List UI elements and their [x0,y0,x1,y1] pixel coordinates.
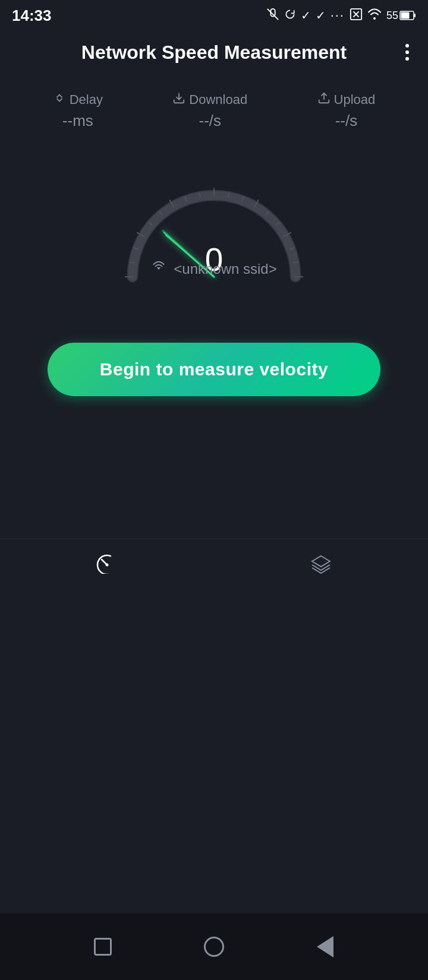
check2-icon: ✓ [316,8,326,23]
status-time: 14:33 [12,7,52,25]
back-button[interactable] [312,934,338,960]
stats-row: Delay --ms Download --/s [0,80,428,136]
home-button[interactable] [201,934,227,960]
status-icons: ✓ ✓ ··· 55 [266,8,416,24]
upload-value: --/s [335,112,358,130]
download-stat: Download --/s [172,91,247,130]
svg-line-0 [267,8,278,19]
more-icon: ··· [331,8,345,23]
download-label: Download [172,91,247,108]
silent-icon [266,8,279,24]
delay-stat: Delay --ms [53,91,103,130]
dot3 [405,57,409,61]
svg-rect-5 [414,14,416,17]
check-icon: ✓ [301,8,311,23]
more-menu-button[interactable] [401,39,414,65]
svg-marker-32 [157,267,161,270]
back-icon [317,936,333,957]
android-nav-bar [0,913,428,980]
upload-stat: Upload --/s [317,91,376,130]
begin-measure-button[interactable]: Begin to measure velocity [48,343,380,396]
delay-icon [53,91,66,108]
delay-value: --ms [62,112,93,130]
wifi-status-icon [367,8,382,24]
recent-apps-icon [94,938,112,956]
recent-apps-button[interactable] [90,934,116,960]
ssid-value: <unknown ssid> [174,261,276,277]
bottom-nav [0,539,428,592]
download-value: --/s [199,112,221,130]
layers-nav-icon [310,554,332,578]
svg-point-35 [106,564,109,567]
app-header: Network Speed Measurement [0,31,428,74]
upload-label: Upload [317,91,376,108]
nav-layers[interactable] [286,548,356,584]
home-icon [204,937,224,957]
speedometer: 0 [0,160,428,302]
dot1 [405,44,409,48]
status-bar: 14:33 ✓ ✓ ··· [0,0,428,31]
begin-button-container: Begin to measure velocity [0,343,428,396]
ssid-area: <unknown ssid> [0,261,428,277]
close-box-icon [350,8,363,24]
speedometer-gauge: 0 [101,160,327,302]
sync-icon [284,8,296,23]
dot2 [405,50,409,54]
delay-label: Delay [53,91,103,108]
speedometer-nav-icon [96,554,118,578]
upload-icon [317,91,331,108]
svg-marker-36 [312,556,330,567]
download-icon [172,91,185,108]
app-title: Network Speed Measurement [81,42,347,64]
battery-icon: 55 [386,10,416,22]
nav-speedometer[interactable] [72,548,142,584]
wifi-signal-icon [151,261,166,277]
svg-rect-6 [401,12,410,19]
